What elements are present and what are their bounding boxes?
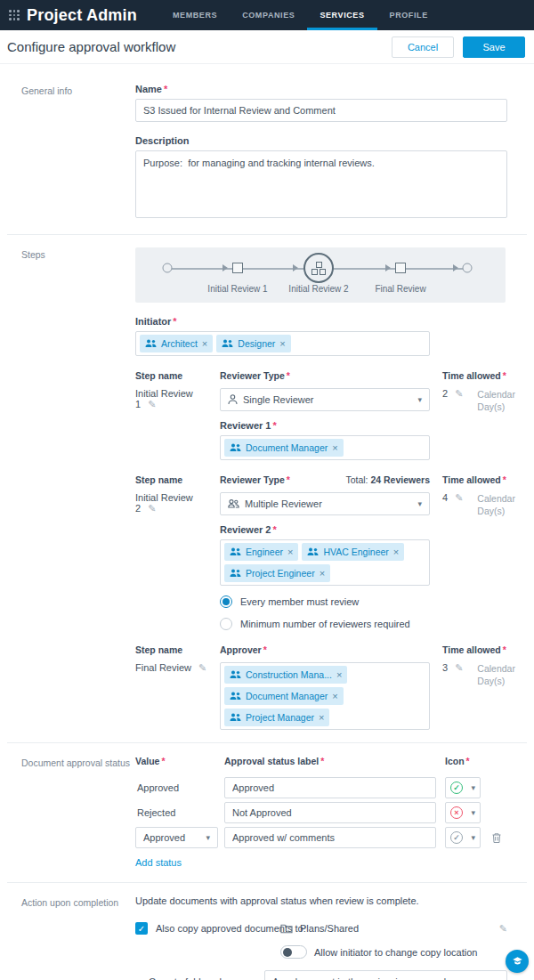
- time-unit: Calendar Day(s): [477, 388, 517, 413]
- copy-when-select[interactable]: Any document in the review is approved ▾: [264, 970, 507, 980]
- radio-every-member[interactable]: Every member must review: [220, 595, 430, 608]
- chip-project-engineer: Project Engineer ×: [224, 564, 330, 582]
- status-row-rejected: Rejected × ▾: [135, 802, 507, 823]
- step-name-value: Initial Review 1✎: [135, 388, 213, 410]
- stepper-step3-node[interactable]: [395, 263, 406, 273]
- chip-remove-icon[interactable]: ×: [287, 547, 293, 557]
- chip-document-manager: Document Manager ×: [224, 687, 344, 705]
- chip-remove-icon[interactable]: ×: [279, 338, 285, 349]
- steps-section-label: Steps: [21, 247, 135, 730]
- stepper-step1-label: Initial Review 1: [207, 284, 267, 294]
- x-circle-red-icon: ×: [450, 806, 463, 819]
- delete-status-button[interactable]: [491, 832, 502, 844]
- stepper-end-node: [463, 263, 473, 273]
- action-section: Action upon completion Update documents …: [0, 895, 534, 980]
- radio-minimum-number[interactable]: Minimum number of reviewers required: [220, 618, 430, 630]
- reviewer2-chip-input[interactable]: Engineer × HVAC Engineer × Project Engin…: [220, 539, 430, 586]
- value-header: Value*: [135, 756, 218, 766]
- people-icon: [307, 547, 319, 556]
- section-divider: [7, 882, 527, 883]
- edit-pencil-icon[interactable]: ✎: [148, 503, 156, 514]
- toolbar: Configure approval workflow Cancel Save: [0, 30, 534, 64]
- copy-documents-checkbox[interactable]: ✓: [135, 922, 148, 935]
- tab-profile[interactable]: PROFILE: [377, 0, 441, 30]
- stepper-step2-node-selected[interactable]: [303, 253, 334, 283]
- edit-pencil-icon[interactable]: ✎: [455, 492, 463, 517]
- time-allowed-header: Time allowed*: [442, 474, 517, 485]
- reviewer-type-select[interactable]: Multiple Reviewer ▾: [220, 492, 430, 515]
- chip-remove-icon[interactable]: ×: [332, 442, 337, 453]
- status-value-select[interactable]: Approved ▾: [135, 827, 218, 848]
- chip-remove-icon[interactable]: ×: [319, 712, 324, 723]
- edit-pencil-icon[interactable]: ✎: [499, 923, 507, 935]
- initiator-chip-input[interactable]: Architect × Designer ×: [135, 331, 430, 356]
- step-row-initial-review-2: Step name Initial Review 2✎ Reviewer Typ…: [135, 474, 507, 630]
- nav-tabs: MEMBERS COMPANIES SERVICES PROFILE: [160, 0, 441, 30]
- people-icon: [230, 569, 241, 578]
- reviewer-type-select[interactable]: Single Reviewer ▾: [220, 388, 430, 411]
- people-icon: [145, 339, 157, 348]
- app-grid-icon[interactable]: [9, 10, 20, 20]
- cancel-button[interactable]: Cancel: [392, 36, 454, 58]
- save-button[interactable]: Save: [463, 36, 525, 58]
- step-name-value: Final Review✎: [135, 662, 213, 674]
- status-icon-select[interactable]: × ▾: [445, 802, 481, 823]
- chip-document-manager: Document Manager ×: [224, 439, 344, 457]
- reviewer-type-header: Reviewer Type*: [220, 474, 290, 485]
- approver-chip-input[interactable]: Construction Mana... × Document Manager …: [220, 662, 430, 730]
- academy-fab-button[interactable]: [506, 950, 529, 973]
- tab-services[interactable]: SERVICES: [307, 0, 376, 30]
- status-icon-select[interactable]: ✓ ▾: [445, 827, 481, 848]
- reviewer1-label: Reviewer 1*: [220, 420, 430, 431]
- chip-remove-icon[interactable]: ×: [336, 669, 342, 680]
- chip-remove-icon[interactable]: ×: [332, 691, 337, 701]
- status-row-approved: Approved ✓ ▾: [135, 777, 507, 798]
- chip-remove-icon[interactable]: ×: [393, 547, 399, 557]
- chip-hvac-engineer: HVAC Engineer ×: [302, 543, 404, 561]
- copy-when-label: Copy to folder when:: [135, 976, 264, 980]
- add-status-link[interactable]: Add status: [135, 857, 182, 868]
- name-input[interactable]: [135, 99, 507, 122]
- chevron-down-icon: ▾: [471, 833, 475, 842]
- time-allowed-header: Time allowed*: [442, 370, 517, 381]
- icon-header: Icon*: [445, 756, 481, 766]
- edit-pencil-icon[interactable]: ✎: [455, 388, 463, 413]
- chip-engineer: Engineer ×: [224, 543, 298, 561]
- people-icon: [230, 547, 241, 556]
- chip-remove-icon[interactable]: ×: [320, 568, 325, 579]
- tab-companies[interactable]: COMPANIES: [230, 0, 307, 30]
- approver-header: Approver*: [220, 644, 430, 655]
- page-title: Configure approval workflow: [7, 39, 175, 54]
- reviewer1-chip-input[interactable]: Document Manager ×: [220, 435, 430, 460]
- stepper-step1-node[interactable]: [232, 263, 243, 273]
- edit-pencil-icon[interactable]: ✎: [198, 662, 206, 673]
- status-label-input[interactable]: [224, 827, 436, 848]
- edit-pencil-icon[interactable]: ✎: [148, 399, 156, 409]
- status-value: Approved: [135, 782, 218, 793]
- time-allowed-header: Time allowed*: [442, 644, 517, 655]
- allow-initiator-toggle-off[interactable]: [280, 945, 307, 959]
- name-label: Name*: [135, 84, 507, 94]
- radio-selected-icon[interactable]: [220, 595, 232, 608]
- allow-initiator-label: Allow initiator to change copy location: [314, 947, 477, 958]
- chevron-down-icon: ▾: [206, 833, 210, 842]
- chip-remove-icon[interactable]: ×: [202, 338, 207, 349]
- people-icon: [228, 499, 239, 508]
- description-input[interactable]: Purpose: for managing and tracking inter…: [135, 150, 507, 218]
- status-label-input[interactable]: [224, 802, 436, 823]
- description-label: Description: [135, 135, 507, 146]
- reviewer2-label: Reviewer 2*: [220, 524, 430, 535]
- status-label-input[interactable]: [224, 777, 436, 798]
- steps-section: Steps Initial Review 1 Initial Review 2 …: [0, 247, 534, 730]
- chip-project-manager: Project Manager ×: [224, 709, 329, 726]
- radio-unselected-icon[interactable]: [220, 618, 232, 630]
- folder-icon: [280, 923, 293, 934]
- edit-pencil-icon[interactable]: ✎: [455, 662, 463, 687]
- chevron-down-icon: ▾: [471, 783, 475, 792]
- tab-members[interactable]: MEMBERS: [160, 0, 230, 30]
- status-row-custom: Approved ▾ ✓ ▾: [135, 827, 507, 848]
- status-icon-select[interactable]: ✓ ▾: [445, 777, 481, 798]
- app-title: Project Admin: [27, 6, 137, 25]
- stepper-arrow-icon: [453, 264, 462, 271]
- action-section-label: Action upon completion: [21, 895, 135, 980]
